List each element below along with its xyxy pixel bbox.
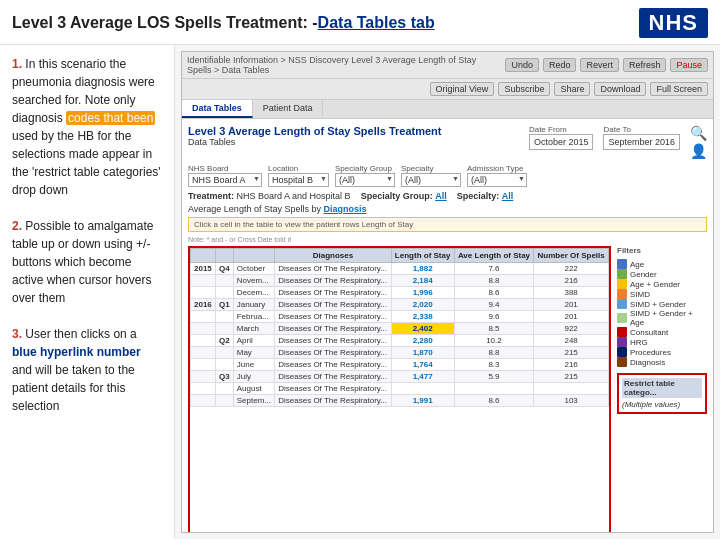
undo-button[interactable]: Undo: [505, 58, 539, 72]
table-row[interactable]: MarchDiseases Of The Respiratory...2,402…: [191, 323, 609, 335]
date-from-value[interactable]: October 2015: [529, 134, 594, 150]
table-row[interactable]: 2015Q4OctoberDiseases Of The Respiratory…: [191, 263, 609, 275]
redo-button[interactable]: Redo: [543, 58, 577, 72]
num-cell: 922: [534, 323, 609, 335]
section-3-num: 3.: [12, 327, 22, 341]
table-row[interactable]: Q3JulyDiseases Of The Respiratory...1,47…: [191, 371, 609, 383]
table-row[interactable]: Septem...Diseases Of The Respiratory...1…: [191, 395, 609, 407]
specialty-group-select-wrap: (All): [335, 173, 395, 187]
legend-item-label: Gender: [630, 270, 657, 279]
specialty-group-select[interactable]: (All): [335, 173, 395, 187]
legend-color-swatch: [617, 347, 627, 357]
original-view-button[interactable]: Original View: [430, 82, 495, 96]
data-cell: Novem...: [233, 275, 275, 287]
revert-button[interactable]: Revert: [580, 58, 619, 72]
data-cell: [191, 359, 216, 371]
legend-item-label: HRG: [630, 338, 648, 347]
data-table-wrap: Diagnoses Length of Stay Ave Length of S…: [188, 246, 611, 532]
browser-nav: Identifiable Information > NSS Discovery…: [182, 52, 713, 79]
table-row[interactable]: AugustDiseases Of The Respiratory...: [191, 383, 609, 395]
avg-cell: 5.9: [454, 371, 534, 383]
table-row[interactable]: JuneDiseases Of The Respiratory...1,7648…: [191, 359, 609, 371]
avg-cell: 9.4: [454, 299, 534, 311]
admission-type-select[interactable]: (All): [467, 173, 527, 187]
num-cell: 248: [534, 335, 609, 347]
los-cell[interactable]: 2,402: [391, 323, 454, 335]
los-cell[interactable]: 1,870: [391, 347, 454, 359]
avg-cell: 9.6: [454, 311, 534, 323]
nhs-board-filter: NHS Board NHS Board A: [188, 164, 262, 187]
section-1-text: In this scenario the pneumonia diagnosis…: [12, 57, 161, 197]
los-cell[interactable]: 2,184: [391, 275, 454, 287]
los-cell[interactable]: 1,764: [391, 359, 454, 371]
nhs-logo: NHS: [639, 8, 708, 38]
breadcrumb: Identifiable Information > NSS Discovery…: [187, 55, 501, 75]
legend-color-swatch: [617, 259, 627, 269]
table-row[interactable]: Novem...Diseases Of The Respiratory...2,…: [191, 275, 609, 287]
data-cell: Februa...: [233, 311, 275, 323]
avg-cell: 7.6: [454, 263, 534, 275]
num-cell: 201: [534, 311, 609, 323]
data-cell: [191, 311, 216, 323]
table-row[interactable]: Decem...Diseases Of The Respiratory...1,…: [191, 287, 609, 299]
data-cell: [215, 383, 233, 395]
section-1: 1. In this scenario the pneumonia diagno…: [12, 55, 164, 199]
specialty-group-key: Specialty Group:: [361, 191, 433, 201]
full-screen-button[interactable]: Full Screen: [650, 82, 708, 96]
tab-patient-data[interactable]: Patient Data: [253, 100, 324, 118]
table-row[interactable]: MayDiseases Of The Respiratory...1,8708.…: [191, 347, 609, 359]
avg-cell: 8.6: [454, 395, 534, 407]
los-cell[interactable]: 2,338: [391, 311, 454, 323]
data-cell: Decem...: [233, 287, 275, 299]
date-to-value[interactable]: September 2016: [603, 134, 680, 150]
tab-data-tables[interactable]: Data Tables: [182, 100, 253, 118]
share-button[interactable]: Share: [554, 82, 590, 96]
num-cell: 216: [534, 275, 609, 287]
table-row[interactable]: Februa...Diseases Of The Respiratory...2…: [191, 311, 609, 323]
report-subtitle: Data Tables: [188, 137, 442, 147]
restrict-box: Restrict table catego... (Multiple value…: [617, 373, 707, 414]
location-label: Location: [268, 164, 329, 173]
table-row[interactable]: Q2AprilDiseases Of The Respiratory...2,2…: [191, 335, 609, 347]
data-cell: Diseases Of The Respiratory...: [275, 383, 391, 395]
los-cell[interactable]: 1,477: [391, 371, 454, 383]
los-cell[interactable]: [391, 383, 454, 395]
treatment-key: Treatment:: [188, 191, 234, 201]
section-2-text: Possible to amalgamate table up or down …: [12, 219, 153, 305]
header: Level 3 Average LOS Spells Treatment: -D…: [0, 0, 720, 45]
pause-button[interactable]: Pause: [670, 58, 708, 72]
filter-row: NHS Board NHS Board A Location: [188, 164, 707, 187]
person-icon[interactable]: [690, 143, 707, 159]
magnify-icon[interactable]: [690, 125, 707, 141]
avg-cell: 8.8: [454, 275, 534, 287]
subscribe-button[interactable]: Subscribe: [498, 82, 550, 96]
legend-item-label: Procedures: [630, 348, 671, 357]
nhs-board-select[interactable]: NHS Board A: [188, 173, 262, 187]
data-cell: [215, 323, 233, 335]
data-cell: [215, 347, 233, 359]
los-cell[interactable]: 1,996: [391, 287, 454, 299]
legend-item: HRG: [617, 337, 707, 347]
data-cell: [191, 383, 216, 395]
refresh-button[interactable]: Refresh: [623, 58, 667, 72]
location-select[interactable]: Hospital B: [268, 173, 329, 187]
los-cell[interactable]: 1,991: [391, 395, 454, 407]
specialty-select[interactable]: (All): [401, 173, 461, 187]
admission-type-label: Admission Type: [467, 164, 527, 173]
restrict-value: (Multiple values): [622, 400, 702, 409]
info-note: Note: * and - or Cross Date told it: [188, 236, 707, 243]
table-row[interactable]: 2016Q1JanuaryDiseases Of The Respiratory…: [191, 299, 609, 311]
legend-color-swatch: [617, 313, 627, 323]
los-cell[interactable]: 2,280: [391, 335, 454, 347]
avg-filter-line: Average Length of Stay Spells by Diagnos…: [188, 204, 707, 214]
los-cell[interactable]: 2,020: [391, 299, 454, 311]
avg-cell: 8.3: [454, 359, 534, 371]
los-cell[interactable]: 1,882: [391, 263, 454, 275]
data-cell: [215, 275, 233, 287]
data-cell: July: [233, 371, 275, 383]
legend-item: Age: [617, 259, 707, 269]
download-button[interactable]: Download: [594, 82, 646, 96]
legend-color-swatch: [617, 289, 627, 299]
content-area: Level 3 Average Length of Stay Spells Tr…: [182, 119, 713, 532]
specialty-group-label: Specialty Group: [335, 164, 395, 173]
